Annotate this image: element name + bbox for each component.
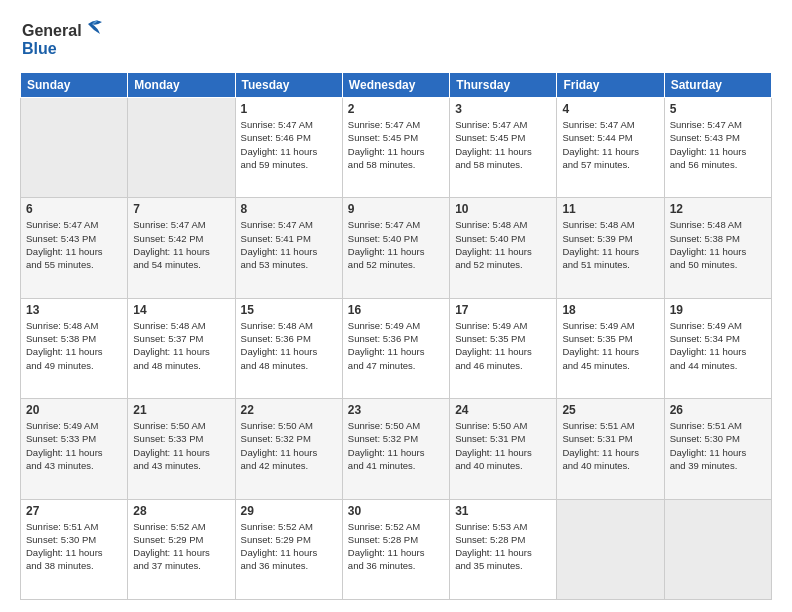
day-number: 29: [241, 504, 337, 518]
calendar-cell: 4Sunrise: 5:47 AM Sunset: 5:44 PM Daylig…: [557, 98, 664, 198]
day-number: 8: [241, 202, 337, 216]
calendar-cell: [664, 499, 771, 599]
day-number: 12: [670, 202, 766, 216]
day-number: 14: [133, 303, 229, 317]
calendar-cell: 23Sunrise: 5:50 AM Sunset: 5:32 PM Dayli…: [342, 399, 449, 499]
day-info: Sunrise: 5:49 AM Sunset: 5:33 PM Dayligh…: [26, 419, 122, 472]
calendar-cell: 21Sunrise: 5:50 AM Sunset: 5:33 PM Dayli…: [128, 399, 235, 499]
day-number: 17: [455, 303, 551, 317]
day-number: 30: [348, 504, 444, 518]
calendar-cell: 26Sunrise: 5:51 AM Sunset: 5:30 PM Dayli…: [664, 399, 771, 499]
day-number: 20: [26, 403, 122, 417]
day-info: Sunrise: 5:50 AM Sunset: 5:31 PM Dayligh…: [455, 419, 551, 472]
calendar-cell: 7Sunrise: 5:47 AM Sunset: 5:42 PM Daylig…: [128, 198, 235, 298]
day-info: Sunrise: 5:52 AM Sunset: 5:29 PM Dayligh…: [133, 520, 229, 573]
calendar-cell: 2Sunrise: 5:47 AM Sunset: 5:45 PM Daylig…: [342, 98, 449, 198]
calendar-cell: 19Sunrise: 5:49 AM Sunset: 5:34 PM Dayli…: [664, 298, 771, 398]
calendar-cell: 3Sunrise: 5:47 AM Sunset: 5:45 PM Daylig…: [450, 98, 557, 198]
calendar-cell: 13Sunrise: 5:48 AM Sunset: 5:38 PM Dayli…: [21, 298, 128, 398]
calendar-cell: 27Sunrise: 5:51 AM Sunset: 5:30 PM Dayli…: [21, 499, 128, 599]
day-info: Sunrise: 5:51 AM Sunset: 5:31 PM Dayligh…: [562, 419, 658, 472]
weekday-header-wednesday: Wednesday: [342, 73, 449, 98]
logo: General Blue: [20, 16, 110, 64]
calendar-cell: 1Sunrise: 5:47 AM Sunset: 5:46 PM Daylig…: [235, 98, 342, 198]
weekday-header-saturday: Saturday: [664, 73, 771, 98]
day-info: Sunrise: 5:47 AM Sunset: 5:41 PM Dayligh…: [241, 218, 337, 271]
calendar-cell: 10Sunrise: 5:48 AM Sunset: 5:40 PM Dayli…: [450, 198, 557, 298]
day-number: 5: [670, 102, 766, 116]
calendar-cell: 17Sunrise: 5:49 AM Sunset: 5:35 PM Dayli…: [450, 298, 557, 398]
calendar-cell: 20Sunrise: 5:49 AM Sunset: 5:33 PM Dayli…: [21, 399, 128, 499]
week-row-4: 20Sunrise: 5:49 AM Sunset: 5:33 PM Dayli…: [21, 399, 772, 499]
day-info: Sunrise: 5:48 AM Sunset: 5:40 PM Dayligh…: [455, 218, 551, 271]
day-number: 27: [26, 504, 122, 518]
day-info: Sunrise: 5:49 AM Sunset: 5:36 PM Dayligh…: [348, 319, 444, 372]
day-info: Sunrise: 5:49 AM Sunset: 5:34 PM Dayligh…: [670, 319, 766, 372]
calendar-cell: 15Sunrise: 5:48 AM Sunset: 5:36 PM Dayli…: [235, 298, 342, 398]
weekday-header-thursday: Thursday: [450, 73, 557, 98]
day-info: Sunrise: 5:52 AM Sunset: 5:29 PM Dayligh…: [241, 520, 337, 573]
day-info: Sunrise: 5:51 AM Sunset: 5:30 PM Dayligh…: [670, 419, 766, 472]
weekday-header-tuesday: Tuesday: [235, 73, 342, 98]
day-info: Sunrise: 5:47 AM Sunset: 5:42 PM Dayligh…: [133, 218, 229, 271]
calendar-cell: 12Sunrise: 5:48 AM Sunset: 5:38 PM Dayli…: [664, 198, 771, 298]
calendar-cell: 25Sunrise: 5:51 AM Sunset: 5:31 PM Dayli…: [557, 399, 664, 499]
svg-text:General: General: [22, 22, 82, 39]
day-info: Sunrise: 5:48 AM Sunset: 5:38 PM Dayligh…: [26, 319, 122, 372]
calendar-cell: 11Sunrise: 5:48 AM Sunset: 5:39 PM Dayli…: [557, 198, 664, 298]
day-number: 24: [455, 403, 551, 417]
day-info: Sunrise: 5:47 AM Sunset: 5:40 PM Dayligh…: [348, 218, 444, 271]
day-number: 9: [348, 202, 444, 216]
calendar-cell: [21, 98, 128, 198]
day-number: 19: [670, 303, 766, 317]
weekday-header-row: SundayMondayTuesdayWednesdayThursdayFrid…: [21, 73, 772, 98]
header: General Blue: [20, 16, 772, 64]
day-info: Sunrise: 5:48 AM Sunset: 5:36 PM Dayligh…: [241, 319, 337, 372]
day-number: 18: [562, 303, 658, 317]
calendar-cell: 9Sunrise: 5:47 AM Sunset: 5:40 PM Daylig…: [342, 198, 449, 298]
day-number: 11: [562, 202, 658, 216]
day-number: 22: [241, 403, 337, 417]
day-info: Sunrise: 5:47 AM Sunset: 5:43 PM Dayligh…: [670, 118, 766, 171]
day-number: 23: [348, 403, 444, 417]
day-number: 3: [455, 102, 551, 116]
day-info: Sunrise: 5:53 AM Sunset: 5:28 PM Dayligh…: [455, 520, 551, 573]
day-number: 7: [133, 202, 229, 216]
day-info: Sunrise: 5:49 AM Sunset: 5:35 PM Dayligh…: [562, 319, 658, 372]
day-info: Sunrise: 5:48 AM Sunset: 5:39 PM Dayligh…: [562, 218, 658, 271]
calendar-cell: [128, 98, 235, 198]
calendar-cell: 6Sunrise: 5:47 AM Sunset: 5:43 PM Daylig…: [21, 198, 128, 298]
calendar-cell: 18Sunrise: 5:49 AM Sunset: 5:35 PM Dayli…: [557, 298, 664, 398]
page: General Blue SundayMondayTuesdayWednesda…: [0, 0, 792, 612]
calendar-cell: 14Sunrise: 5:48 AM Sunset: 5:37 PM Dayli…: [128, 298, 235, 398]
day-info: Sunrise: 5:47 AM Sunset: 5:44 PM Dayligh…: [562, 118, 658, 171]
day-number: 31: [455, 504, 551, 518]
week-row-3: 13Sunrise: 5:48 AM Sunset: 5:38 PM Dayli…: [21, 298, 772, 398]
day-number: 4: [562, 102, 658, 116]
weekday-header-monday: Monday: [128, 73, 235, 98]
weekday-header-sunday: Sunday: [21, 73, 128, 98]
day-number: 28: [133, 504, 229, 518]
day-number: 26: [670, 403, 766, 417]
calendar-cell: [557, 499, 664, 599]
day-number: 10: [455, 202, 551, 216]
day-info: Sunrise: 5:50 AM Sunset: 5:32 PM Dayligh…: [241, 419, 337, 472]
week-row-1: 1Sunrise: 5:47 AM Sunset: 5:46 PM Daylig…: [21, 98, 772, 198]
day-number: 13: [26, 303, 122, 317]
day-info: Sunrise: 5:49 AM Sunset: 5:35 PM Dayligh…: [455, 319, 551, 372]
day-info: Sunrise: 5:47 AM Sunset: 5:46 PM Dayligh…: [241, 118, 337, 171]
day-number: 25: [562, 403, 658, 417]
day-info: Sunrise: 5:47 AM Sunset: 5:45 PM Dayligh…: [348, 118, 444, 171]
day-info: Sunrise: 5:51 AM Sunset: 5:30 PM Dayligh…: [26, 520, 122, 573]
calendar-cell: 8Sunrise: 5:47 AM Sunset: 5:41 PM Daylig…: [235, 198, 342, 298]
week-row-2: 6Sunrise: 5:47 AM Sunset: 5:43 PM Daylig…: [21, 198, 772, 298]
day-info: Sunrise: 5:48 AM Sunset: 5:37 PM Dayligh…: [133, 319, 229, 372]
day-info: Sunrise: 5:47 AM Sunset: 5:45 PM Dayligh…: [455, 118, 551, 171]
day-number: 16: [348, 303, 444, 317]
logo-svg: General Blue: [20, 16, 110, 60]
svg-text:Blue: Blue: [22, 40, 57, 57]
calendar-table: SundayMondayTuesdayWednesdayThursdayFrid…: [20, 72, 772, 600]
day-number: 2: [348, 102, 444, 116]
week-row-5: 27Sunrise: 5:51 AM Sunset: 5:30 PM Dayli…: [21, 499, 772, 599]
day-info: Sunrise: 5:52 AM Sunset: 5:28 PM Dayligh…: [348, 520, 444, 573]
